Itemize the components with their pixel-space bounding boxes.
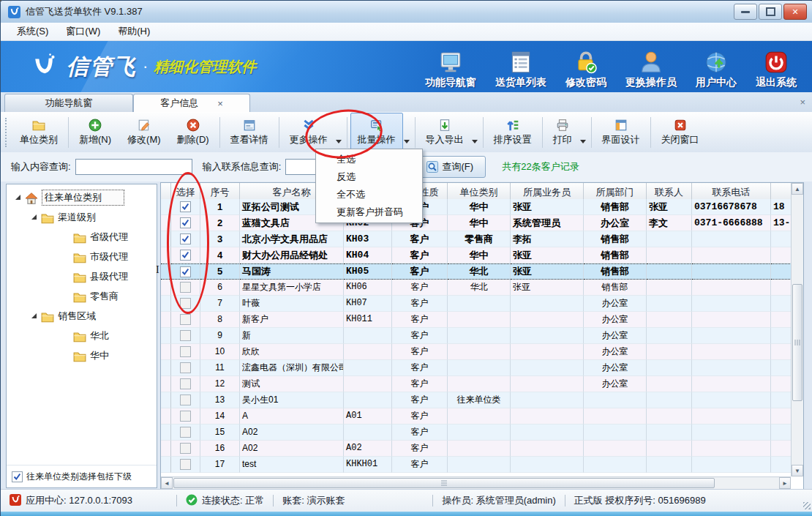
customer-code-cell[interactable] xyxy=(344,392,392,408)
index-cell[interactable]: 4 xyxy=(200,247,240,263)
salesman-cell[interactable]: 张亚 xyxy=(511,199,584,215)
phone-cell[interactable] xyxy=(692,457,771,473)
salesman-cell[interactable] xyxy=(511,344,584,360)
contact-cell[interactable] xyxy=(647,441,692,457)
index-cell[interactable]: 15 xyxy=(200,425,240,441)
phone-cell[interactable] xyxy=(692,344,771,360)
resize-grip[interactable] xyxy=(803,502,811,509)
row-checkbox[interactable] xyxy=(180,233,191,244)
customer-code-cell[interactable] xyxy=(344,328,392,344)
scroll-up-button[interactable]: ▲ xyxy=(792,183,803,195)
scroll-right-button[interactable]: ► xyxy=(779,477,791,489)
row-checkbox[interactable] xyxy=(180,314,191,325)
unit-category-cell[interactable]: 华中 xyxy=(448,215,511,231)
horizontal-scroll-thumb[interactable] xyxy=(173,478,715,488)
department-cell[interactable] xyxy=(584,392,647,408)
contact-cell[interactable] xyxy=(647,328,692,344)
menu-window[interactable]: 窗口(W) xyxy=(57,23,109,40)
tree-node-county-agent[interactable]: 县级代理 xyxy=(7,266,157,286)
row-checkbox[interactable] xyxy=(180,427,191,438)
contact-cell[interactable] xyxy=(647,392,692,408)
import-export-button-dropdown-arrow[interactable] xyxy=(472,140,478,143)
salesman-cell[interactable] xyxy=(511,360,584,376)
unit-nature-cell[interactable]: 客户 xyxy=(392,376,448,392)
salesman-cell[interactable]: 张亚 xyxy=(511,263,584,280)
extra-cell[interactable] xyxy=(771,408,791,425)
customer-code-cell[interactable]: KH07 xyxy=(344,296,392,312)
department-cell[interactable] xyxy=(584,441,647,457)
salesman-cell[interactable] xyxy=(511,376,584,392)
department-cell[interactable]: 办公室 xyxy=(584,312,647,328)
table-row[interactable]: 17testKHKH01客户 xyxy=(161,457,791,473)
tree-node-sales-region[interactable]: 销售区域 xyxy=(7,306,157,326)
row-checkbox[interactable] xyxy=(180,250,191,261)
minimize-button[interactable] xyxy=(734,4,757,20)
extra-cell[interactable]: 18 xyxy=(771,199,791,215)
department-cell[interactable]: 办公室 xyxy=(584,215,647,231)
add-button[interactable]: 新增(N) xyxy=(72,113,119,152)
salesman-cell[interactable] xyxy=(511,457,584,473)
user-center-button[interactable]: 用户中心 xyxy=(691,45,741,91)
vertical-scrollbar[interactable]: ▲ ▼ xyxy=(791,183,803,476)
salesman-cell[interactable]: 系统管理员 xyxy=(511,215,584,231)
salesman-cell[interactable] xyxy=(511,425,584,441)
menu-item-invert-selection[interactable]: 反选 xyxy=(316,168,422,186)
row-checkbox[interactable] xyxy=(180,411,191,422)
unit-nature-cell[interactable]: 客户 xyxy=(392,360,448,376)
select-cell[interactable] xyxy=(171,312,200,328)
phone-cell[interactable] xyxy=(692,231,771,247)
phone-cell[interactable] xyxy=(692,376,771,392)
customer-code-cell[interactable]: KH05 xyxy=(344,263,392,280)
department-cell[interactable] xyxy=(584,457,647,473)
print-button-dropdown-arrow[interactable] xyxy=(580,140,586,143)
salesman-cell[interactable] xyxy=(511,408,584,425)
row-checkbox[interactable] xyxy=(180,459,191,470)
customer-code-cell[interactable]: KHKH01 xyxy=(344,457,392,473)
phone-cell[interactable] xyxy=(692,263,771,280)
contact-cell[interactable] xyxy=(647,376,692,392)
customer-name-cell[interactable]: 吴小生01 xyxy=(240,392,344,408)
salesman-cell[interactable] xyxy=(511,441,584,457)
department-cell[interactable] xyxy=(584,408,647,425)
extra-cell[interactable] xyxy=(771,344,791,360)
contact-cell[interactable] xyxy=(647,247,692,263)
row-checkbox[interactable] xyxy=(180,443,191,454)
index-cell[interactable]: 2 xyxy=(200,215,240,231)
index-cell[interactable]: 6 xyxy=(200,280,240,296)
extra-cell[interactable] xyxy=(771,376,791,392)
customer-code-cell[interactable]: KH011 xyxy=(344,312,392,328)
unit-nature-cell[interactable]: 客户 xyxy=(392,280,448,296)
title-bar[interactable]: 信管飞送货单软件 V9.1.387 ✕ xyxy=(1,1,812,23)
index-cell[interactable]: 7 xyxy=(200,296,240,312)
index-cell[interactable]: 11 xyxy=(200,360,240,376)
customer-name-cell[interactable]: 星星文具第一小学店 xyxy=(240,280,344,296)
department-cell[interactable]: 销售部 xyxy=(584,199,647,215)
tree-root-unit-category[interactable]: 往来单位类别 xyxy=(7,187,157,207)
select-cell[interactable] xyxy=(171,457,200,473)
extra-cell[interactable] xyxy=(771,425,791,441)
change-password-button[interactable]: 修改密码 xyxy=(561,45,611,91)
tab-nav-window[interactable]: 功能导航窗 xyxy=(4,94,133,112)
menu-item-select-all[interactable]: 全选 xyxy=(316,151,422,168)
department-cell[interactable]: 办公室 xyxy=(584,376,647,392)
select-cell[interactable] xyxy=(171,328,200,344)
unit-category-cell[interactable]: 零售商 xyxy=(448,231,511,247)
menu-system[interactable]: 系统(S) xyxy=(8,23,57,40)
department-cell[interactable]: 销售部 xyxy=(584,231,647,247)
contact-cell[interactable] xyxy=(647,312,692,328)
unit-nature-cell[interactable]: 客户 xyxy=(392,247,448,263)
row-checkbox[interactable] xyxy=(180,201,191,212)
customer-name-cell[interactable]: 浤鑫电器（深圳）有限公司 xyxy=(240,360,344,376)
customer-name-cell[interactable]: 北京小学文具用品店 xyxy=(240,231,344,247)
phone-cell[interactable] xyxy=(692,280,771,296)
customer-name-cell[interactable]: 新 xyxy=(240,328,344,344)
phone-cell[interactable] xyxy=(692,312,771,328)
select-cell[interactable] xyxy=(171,392,200,408)
index-cell[interactable]: 9 xyxy=(200,328,240,344)
unit-nature-cell[interactable]: 客户 xyxy=(392,392,448,408)
customer-code-cell[interactable]: A02 xyxy=(344,441,392,457)
select-cell[interactable] xyxy=(171,199,200,215)
unit-category-cell[interactable] xyxy=(448,441,511,457)
tree-node-north-china[interactable]: 华北 xyxy=(7,326,157,345)
more-actions-button-dropdown-arrow[interactable] xyxy=(336,140,342,143)
